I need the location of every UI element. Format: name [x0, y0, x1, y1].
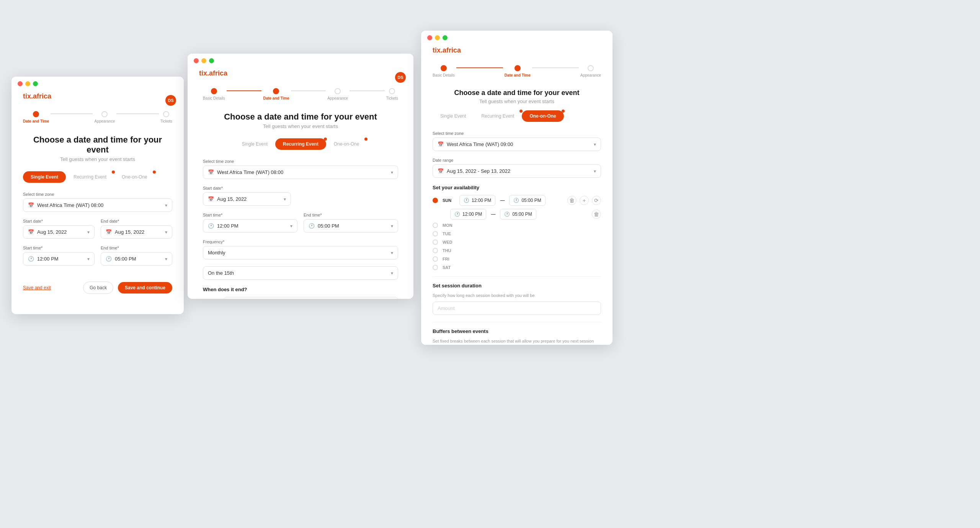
start-time-center[interactable]: 🕐 12:00 PM: [203, 219, 297, 233]
start-time-left[interactable]: 🕐 12:00 PM: [23, 252, 95, 266]
frequency-group-center: Frequency* Monthly: [203, 239, 398, 259]
occurrence-select-center[interactable]: On the 15th: [203, 266, 398, 280]
cal-icon-end-left: 📅: [106, 229, 112, 235]
save-continue-btn-left[interactable]: Save and continue: [118, 282, 172, 294]
step-datetime-center: Date and Time: [263, 88, 289, 100]
tab-single-left[interactable]: Single Event: [23, 171, 66, 183]
on-option[interactable]: On 📅 Aug 15, 2022: [203, 297, 398, 299]
sun-copy-btn[interactable]: ⟳: [592, 196, 601, 205]
logo-center: tix.africa: [199, 69, 227, 77]
clock-icon-start-left: 🕐: [28, 256, 34, 262]
timezone-group-left: Select time zone 📅 West Africa Time (WAT…: [23, 192, 172, 212]
avail-mon-row: MON: [433, 223, 601, 228]
end-time-group-center: End time* 🕐 05:00 PM: [304, 213, 398, 233]
tab-recurring-left[interactable]: Recurring Event: [66, 171, 114, 183]
tab-recurring-center[interactable]: Recurring Event: [275, 138, 326, 150]
date-range-label: Date range: [433, 158, 601, 162]
page-title-right: Choose a date and time for your event: [433, 89, 601, 97]
tab-recurring-right[interactable]: Recurring Event: [474, 110, 522, 122]
progress-bar-left: Date and Time Appearance Tickets: [23, 111, 172, 123]
step-circle-tick-c: [389, 88, 395, 94]
start-date-center[interactable]: 📅 Aug 15, 2022: [203, 192, 291, 206]
end-date-on[interactable]: 📅 Aug 15, 2022: [224, 297, 398, 299]
sun-end-value: 05:00 PM: [521, 198, 541, 203]
sun-end-time[interactable]: 🕐 05:00 PM: [509, 195, 545, 206]
buffers-group: Buffers between events Set fixed breaks …: [433, 328, 601, 345]
cal-icon-tz-r: 📅: [438, 141, 444, 147]
divider-2: [433, 322, 601, 322]
recurring-dot-left: [112, 171, 115, 174]
sun-end-time2[interactable]: 🕐 05:00 PM: [500, 209, 536, 220]
tue-checkbox[interactable]: [433, 231, 438, 236]
step-appearance-right: Appearance: [580, 65, 601, 77]
titlebar-left: [11, 77, 184, 89]
cal-icon-start-c: 📅: [208, 196, 214, 202]
end-date-left[interactable]: 📅 Aug 15, 2022: [101, 225, 172, 239]
step-circle-app-r: [588, 65, 594, 71]
sun-label: SUN: [443, 198, 455, 203]
timezone-select-center[interactable]: 📅 West Africa Time (WAT) 08:00: [203, 166, 398, 179]
go-back-btn-left[interactable]: Go back: [83, 282, 113, 294]
tab-single-right[interactable]: Single Event: [433, 110, 474, 122]
time-row-left: Start time* 🕐 12:00 PM End time* 🕐 05:00…: [23, 246, 172, 272]
step-circle-basic-r: [441, 65, 447, 71]
event-tabs-center: Single Event Recurring Event One-on-One: [203, 138, 398, 150]
sun-start-time[interactable]: 🕐 12:00 PM: [459, 195, 495, 206]
save-exit-btn-left[interactable]: Save and exit: [23, 282, 51, 294]
step-appearance-center: Appearance: [327, 88, 348, 100]
step-appearance: Appearance: [94, 111, 115, 123]
time-row-center: Start time* 🕐 12:00 PM End time* 🕐 05:00…: [203, 213, 398, 239]
end-time-left[interactable]: 🕐 05:00 PM: [101, 252, 172, 266]
sun-dash: —: [500, 198, 505, 203]
frequency-label-center: Frequency*: [203, 239, 398, 244]
recurring-dot-center: [324, 138, 327, 141]
page-header-center: Choose a date and time for your event Te…: [203, 112, 398, 129]
thu-checkbox[interactable]: [433, 248, 438, 253]
start-date-value-center: Aug 15, 2022: [217, 196, 247, 202]
window-center: tix.africa DS Basic Details Date and Tim…: [188, 54, 413, 299]
cal-icon-start-left: 📅: [28, 229, 34, 235]
end-time-center[interactable]: 🕐 05:00 PM: [304, 219, 398, 233]
step-datetime-right: Date and Time: [505, 65, 531, 77]
sun-delete-btn[interactable]: 🗑: [567, 196, 577, 205]
avail-sun-row: SUN 🕐 12:00 PM — 🕐 05:00 PM 🗑 + ⟳: [433, 195, 601, 206]
timezone-label-left: Select time zone: [23, 192, 172, 197]
fri-checkbox[interactable]: [433, 256, 438, 262]
tab-one-on-one-left[interactable]: One-on-One: [114, 171, 155, 183]
timezone-select-right[interactable]: 📅 West Africa Time (WAT) 09:00: [433, 138, 601, 151]
tab-one-on-one-center[interactable]: One-on-One: [326, 138, 367, 150]
tab-one-on-one-right[interactable]: One-on-One: [522, 110, 564, 122]
step-label-dt-r: Date and Time: [505, 73, 531, 77]
connector-1: [51, 113, 93, 114]
progress-bar-right: Basic Details Date and Time Appearance: [433, 65, 601, 77]
sun-start-time2[interactable]: 🕐 12:00 PM: [450, 209, 486, 220]
sun-delete-btn2[interactable]: 🗑: [592, 210, 601, 219]
divider-1: [433, 276, 601, 277]
sun-add-btn[interactable]: +: [580, 196, 589, 205]
session-amount-input[interactable]: Amount: [433, 302, 601, 315]
sat-checkbox[interactable]: [433, 265, 438, 270]
mon-checkbox[interactable]: [433, 223, 438, 228]
sun-checkbox[interactable]: [433, 198, 438, 203]
calendar-icon-tz-left: 📅: [28, 202, 34, 208]
frequency-select-center[interactable]: Monthly: [203, 246, 398, 259]
dot-red-c: [194, 58, 199, 63]
dot-red-r: [427, 35, 432, 40]
connector-1c: [227, 90, 262, 91]
dot-green-c: [209, 58, 214, 63]
start-date-group-center: Start date* 📅 Aug 15, 2022: [203, 186, 398, 206]
sun-actions: 🗑 + ⟳: [567, 196, 601, 205]
date-range-group: Date range 📅 Aug 15, 2022 - Sep 13, 2022: [433, 158, 601, 178]
start-time-value-left: 12:00 PM: [37, 256, 59, 262]
tab-single-center[interactable]: Single Event: [234, 138, 275, 150]
step-circle-app-c: [335, 88, 341, 94]
sun-start-value: 12:00 PM: [472, 198, 491, 203]
wed-checkbox[interactable]: [433, 239, 438, 245]
cal-icon-tz-c: 📅: [208, 169, 214, 175]
start-date-left[interactable]: 📅 Aug 15, 2022: [23, 225, 95, 239]
step-circle-2: [101, 111, 108, 117]
date-range-value[interactable]: 📅 Aug 15, 2022 - Sep 13, 2022: [433, 164, 601, 178]
logo-left: tix.africa: [23, 92, 51, 100]
timezone-select-left[interactable]: 📅 West Africa Time (WAT) 08:00: [23, 198, 172, 212]
page-title-left: Choose a date and time for your event: [23, 135, 172, 155]
